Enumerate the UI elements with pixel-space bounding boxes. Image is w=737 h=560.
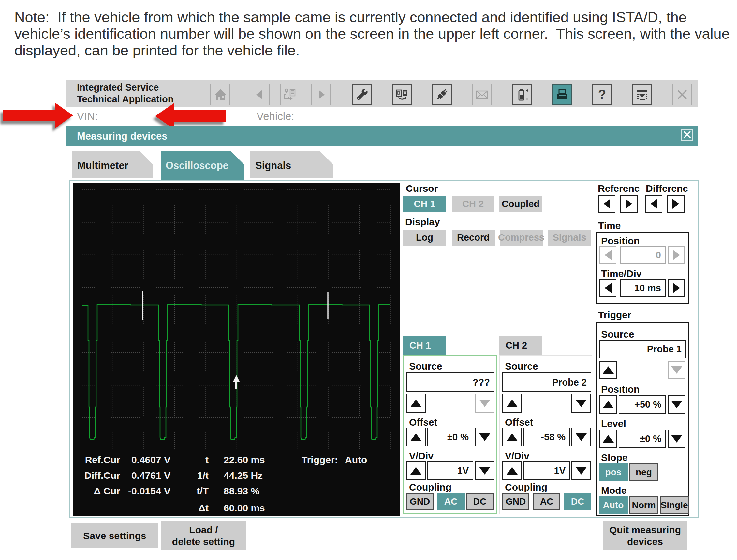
red-arrow-left-icon — [154, 102, 226, 129]
ch1-vdiv-field[interactable]: 1V — [427, 461, 473, 480]
ch2-tab[interactable]: CH 2 — [499, 336, 542, 355]
display-signals-button[interactable]: Signals — [548, 230, 591, 246]
quit-measuring-devices-button[interactable]: Quit measuring devices — [603, 521, 687, 550]
differenc-next-button[interactable] — [667, 195, 684, 213]
mode-norm-button[interactable]: Norm — [629, 496, 658, 514]
arrow-up-icon — [506, 433, 518, 441]
ch2-offset-label: Offset — [505, 417, 533, 428]
readout-t-value: 22.60 ms — [224, 454, 265, 465]
trigger-source-up-button[interactable] — [599, 361, 617, 379]
trigger-level-field[interactable]: ±0 % — [619, 430, 666, 448]
tab-oscilloscope[interactable]: Oscilloscope — [161, 151, 244, 180]
ch1-source-up-button[interactable] — [406, 394, 426, 413]
app-title-line1: Integrated Service — [77, 82, 174, 93]
ch1-vdiv-down-button[interactable] — [475, 461, 494, 480]
display-log-button[interactable]: Log — [403, 230, 446, 246]
referenc-label: Referenc — [598, 183, 639, 194]
ch1-offset-label: Offset — [409, 417, 437, 428]
trigger-level-up-button[interactable] — [599, 430, 617, 448]
arrow-down-icon — [671, 435, 682, 443]
slope-pos-button[interactable]: pos — [599, 463, 628, 481]
timediv-prev-button[interactable] — [599, 279, 616, 297]
ch2-source-up-button[interactable] — [502, 394, 522, 413]
mode-auto-button[interactable]: Auto — [599, 496, 628, 514]
ch2-coupling-dc-button[interactable]: DC — [564, 493, 591, 510]
referenc-prev-button[interactable] — [598, 195, 615, 213]
ch1-source-field[interactable]: ??? — [406, 372, 494, 392]
ch2-offset-field[interactable]: -58 % — [523, 428, 570, 446]
ch2-vdiv-field[interactable]: 1V — [523, 461, 570, 480]
window-title: Measuring devices — [77, 130, 167, 142]
cursor-ch1-button[interactable]: CH 1 — [403, 196, 446, 212]
window-close-button[interactable] — [681, 129, 693, 141]
save-settings-button[interactable]: Save settings — [71, 523, 158, 548]
ch1-coupling-gnd-button[interactable]: GND — [406, 493, 433, 510]
arrow-down-icon — [671, 401, 682, 408]
ch1-offset-field[interactable]: ±0 % — [427, 428, 473, 446]
tab-multimeter[interactable]: Multimeter — [72, 151, 153, 178]
readout-diffcur-value: 0.4761 V — [98, 470, 171, 481]
trigger-position-up-button[interactable] — [599, 395, 617, 414]
cursor-ch2-button[interactable]: CH 2 — [452, 196, 494, 212]
ch1-source-down-button[interactable] — [475, 394, 494, 413]
trigger-source-field[interactable]: Probe 1 — [599, 340, 686, 358]
differenc-prev-button[interactable] — [645, 195, 662, 213]
toolbar-printer-icon[interactable] — [552, 84, 572, 105]
toolbar-screens-icon[interactable] — [392, 84, 412, 105]
trigger-section-label: Trigger — [598, 310, 631, 321]
arrow-down-icon — [576, 400, 587, 407]
timediv-field[interactable]: 10 ms — [620, 279, 666, 297]
time-section-label: Time — [598, 220, 621, 231]
arrow-right-icon — [625, 199, 632, 209]
arrow-down-icon — [479, 467, 490, 475]
toolbar-connector-icon[interactable] — [432, 84, 452, 105]
quit-label-line2: devices — [627, 536, 663, 548]
ch2-source-field[interactable]: Probe 2 — [502, 372, 591, 392]
ch2-source-down-button[interactable] — [571, 394, 591, 413]
display-record-button[interactable]: Record — [452, 230, 495, 246]
arrow-left-icon — [605, 250, 611, 260]
slope-neg-button[interactable]: neg — [629, 463, 658, 481]
ch2-vdiv-up-button[interactable] — [502, 461, 522, 480]
ch1-offset-down-button[interactable] — [475, 428, 494, 446]
trigger-position-down-button[interactable] — [668, 395, 685, 414]
arrow-left-icon — [605, 283, 611, 293]
arrow-up-icon — [603, 401, 614, 408]
ch1-vdiv-up-button[interactable] — [406, 461, 426, 480]
ch2-coupling-ac-button[interactable]: AC — [533, 493, 560, 510]
time-position-field[interactable]: 0 — [620, 246, 666, 264]
arrow-up-icon — [410, 433, 421, 441]
toolbar-worklist-icon[interactable] — [632, 84, 652, 105]
readout-t-label: t — [183, 454, 209, 465]
ch2-offset-up-button[interactable] — [502, 428, 522, 446]
ch2-coupling-gnd-button[interactable]: GND — [502, 493, 529, 510]
timediv-next-button[interactable] — [668, 279, 685, 297]
ch1-offset-up-button[interactable] — [406, 428, 426, 446]
mode-single-button[interactable]: Single — [660, 496, 689, 514]
cursor-coupled-button[interactable]: Coupled — [499, 196, 542, 212]
tab-signals[interactable]: Signals — [250, 151, 333, 178]
display-section-label: Display — [405, 217, 440, 228]
trigger-level-down-button[interactable] — [668, 430, 685, 448]
ch2-coupling-label: Coupling — [505, 482, 547, 493]
toolbar-back-icon — [250, 84, 270, 105]
ch1-tab[interactable]: CH 1 — [403, 336, 446, 355]
ch2-vdiv-down-button[interactable] — [571, 461, 591, 480]
display-compress-button[interactable]: Compress — [500, 230, 543, 246]
time-position-next-button[interactable] — [668, 246, 685, 264]
toolbar-help-icon[interactable]: ? — [592, 84, 612, 105]
toolbar-forward-icon — [311, 84, 331, 105]
ch1-coupling-ac-button[interactable]: AC — [437, 493, 465, 510]
toolbar-wrench-icon[interactable] — [352, 84, 372, 105]
time-position-prev-button[interactable] — [599, 246, 616, 264]
trigger-position-field[interactable]: +50 % — [619, 395, 666, 414]
toolbar-battery-icon[interactable] — [512, 84, 532, 105]
referenc-next-button[interactable] — [620, 195, 638, 213]
load-delete-setting-button[interactable]: Load / delete setting — [161, 521, 246, 550]
readout-1t-value: 44.25 Hz — [224, 470, 263, 481]
ch1-coupling-dc-button[interactable]: DC — [466, 493, 493, 510]
trigger-slope-label: Slope — [601, 452, 628, 463]
trigger-source-down-button[interactable] — [668, 361, 685, 379]
load-delete-label-line2: delete setting — [172, 536, 235, 548]
ch2-offset-down-button[interactable] — [571, 428, 591, 446]
